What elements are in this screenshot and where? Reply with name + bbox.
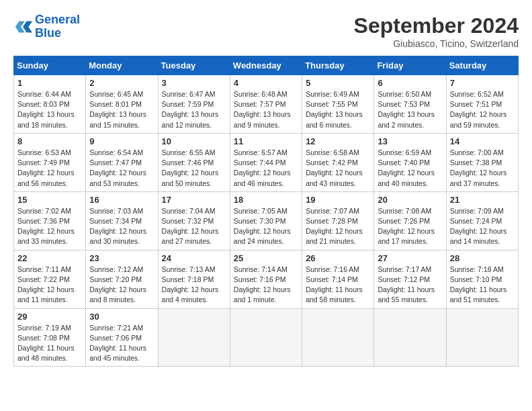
logo-icon xyxy=(13,17,32,36)
col-monday: Monday xyxy=(86,56,158,75)
day-info: Sunrise: 7:17 AMSunset: 7:12 PMDaylight:… xyxy=(378,265,442,306)
calendar-week-1: 1Sunrise: 6:44 AMSunset: 8:03 PMDaylight… xyxy=(14,75,519,134)
calendar-day-24: 24Sunrise: 7:13 AMSunset: 7:18 PMDayligh… xyxy=(158,250,230,308)
day-number: 13 xyxy=(378,136,442,146)
location: Giubiasco, Ticino, Switzerland xyxy=(354,38,519,49)
day-info: Sunrise: 7:05 AMSunset: 7:30 PMDaylight:… xyxy=(234,206,298,247)
calendar-day-2: 2Sunrise: 6:45 AMSunset: 8:01 PMDaylight… xyxy=(86,75,158,134)
col-wednesday: Wednesday xyxy=(230,56,302,75)
day-number: 25 xyxy=(234,253,298,263)
calendar-day-25: 25Sunrise: 7:14 AMSunset: 7:16 PMDayligh… xyxy=(230,250,302,308)
calendar-day-6: 6Sunrise: 6:50 AMSunset: 7:53 PMDaylight… xyxy=(374,75,446,134)
calendar-week-2: 8Sunrise: 6:53 AMSunset: 7:49 PMDaylight… xyxy=(14,133,519,191)
day-number: 19 xyxy=(306,195,370,205)
calendar-week-3: 15Sunrise: 7:02 AMSunset: 7:36 PMDayligh… xyxy=(14,191,519,250)
day-number: 17 xyxy=(162,195,226,205)
day-number: 15 xyxy=(17,195,82,205)
logo-line2: Blue xyxy=(35,26,61,40)
day-number: 5 xyxy=(306,78,370,88)
calendar-day-28: 28Sunrise: 7:18 AMSunset: 7:10 PMDayligh… xyxy=(446,250,518,308)
day-info: Sunrise: 7:00 AMSunset: 7:38 PMDaylight:… xyxy=(450,148,515,189)
calendar-day-30: 30Sunrise: 7:21 AMSunset: 7:06 PMDayligh… xyxy=(86,308,158,367)
calendar-day-17: 17Sunrise: 7:04 AMSunset: 7:32 PMDayligh… xyxy=(158,191,230,250)
day-number: 11 xyxy=(234,136,298,146)
calendar-day-27: 27Sunrise: 7:17 AMSunset: 7:12 PMDayligh… xyxy=(374,250,446,308)
day-number: 18 xyxy=(234,195,298,205)
calendar-table: Sunday Monday Tuesday Wednesday Thursday… xyxy=(13,56,519,367)
day-info: Sunrise: 7:16 AMSunset: 7:14 PMDaylight:… xyxy=(306,265,370,306)
calendar-day-empty xyxy=(374,308,446,367)
day-number: 21 xyxy=(450,195,515,205)
calendar-day-18: 18Sunrise: 7:05 AMSunset: 7:30 PMDayligh… xyxy=(230,191,302,250)
calendar-day-22: 22Sunrise: 7:11 AMSunset: 7:22 PMDayligh… xyxy=(14,250,86,308)
day-info: Sunrise: 6:44 AMSunset: 8:03 PMDaylight:… xyxy=(17,89,82,130)
day-info: Sunrise: 6:58 AMSunset: 7:42 PMDaylight:… xyxy=(306,148,370,189)
day-info: Sunrise: 6:55 AMSunset: 7:46 PMDaylight:… xyxy=(162,148,226,189)
calendar-day-9: 9Sunrise: 6:54 AMSunset: 7:47 PMDaylight… xyxy=(86,133,158,191)
calendar-day-12: 12Sunrise: 6:58 AMSunset: 7:42 PMDayligh… xyxy=(302,133,374,191)
calendar-day-1: 1Sunrise: 6:44 AMSunset: 8:03 PMDaylight… xyxy=(14,75,86,134)
day-info: Sunrise: 7:14 AMSunset: 7:16 PMDaylight:… xyxy=(234,265,298,306)
col-friday: Friday xyxy=(374,56,446,75)
day-info: Sunrise: 6:57 AMSunset: 7:44 PMDaylight:… xyxy=(234,148,298,189)
day-info: Sunrise: 7:03 AMSunset: 7:34 PMDaylight:… xyxy=(89,206,154,247)
logo-line1: General xyxy=(35,13,80,26)
calendar-day-8: 8Sunrise: 6:53 AMSunset: 7:49 PMDaylight… xyxy=(14,133,86,191)
day-number: 12 xyxy=(306,136,370,146)
day-number: 23 xyxy=(89,253,154,263)
calendar-day-empty xyxy=(230,308,302,367)
day-number: 2 xyxy=(89,78,154,88)
day-info: Sunrise: 6:59 AMSunset: 7:40 PMDaylight:… xyxy=(378,148,442,189)
day-number: 6 xyxy=(378,78,442,88)
calendar-day-20: 20Sunrise: 7:08 AMSunset: 7:26 PMDayligh… xyxy=(374,191,446,250)
logo: General Blue xyxy=(13,13,80,40)
calendar-week-5: 29Sunrise: 7:19 AMSunset: 7:08 PMDayligh… xyxy=(14,308,519,367)
calendar-day-3: 3Sunrise: 6:47 AMSunset: 7:59 PMDaylight… xyxy=(158,75,230,134)
calendar-day-16: 16Sunrise: 7:03 AMSunset: 7:34 PMDayligh… xyxy=(86,191,158,250)
calendar-day-15: 15Sunrise: 7:02 AMSunset: 7:36 PMDayligh… xyxy=(14,191,86,250)
col-thursday: Thursday xyxy=(302,56,374,75)
day-info: Sunrise: 6:48 AMSunset: 7:57 PMDaylight:… xyxy=(234,89,298,130)
title-block: September 2024 Giubiasco, Ticino, Switze… xyxy=(354,13,519,49)
logo-text: General Blue xyxy=(35,13,80,40)
day-info: Sunrise: 6:47 AMSunset: 7:59 PMDaylight:… xyxy=(162,89,226,130)
calendar-day-empty xyxy=(446,308,518,367)
page-header: General Blue September 2024 Giubiasco, T… xyxy=(13,13,519,49)
calendar-day-7: 7Sunrise: 6:52 AMSunset: 7:51 PMDaylight… xyxy=(446,75,518,134)
day-info: Sunrise: 7:02 AMSunset: 7:36 PMDaylight:… xyxy=(17,206,82,247)
calendar-day-4: 4Sunrise: 6:48 AMSunset: 7:57 PMDaylight… xyxy=(230,75,302,134)
day-number: 9 xyxy=(89,136,154,146)
day-number: 16 xyxy=(89,195,154,205)
calendar-body: 1Sunrise: 6:44 AMSunset: 8:03 PMDaylight… xyxy=(14,75,519,367)
day-number: 27 xyxy=(378,253,442,263)
day-number: 14 xyxy=(450,136,515,146)
calendar-day-10: 10Sunrise: 6:55 AMSunset: 7:46 PMDayligh… xyxy=(158,133,230,191)
day-number: 4 xyxy=(234,78,298,88)
day-info: Sunrise: 6:53 AMSunset: 7:49 PMDaylight:… xyxy=(17,148,82,189)
calendar-day-19: 19Sunrise: 7:07 AMSunset: 7:28 PMDayligh… xyxy=(302,191,374,250)
day-number: 7 xyxy=(450,78,515,88)
day-number: 26 xyxy=(306,253,370,263)
calendar-day-23: 23Sunrise: 7:12 AMSunset: 7:20 PMDayligh… xyxy=(86,250,158,308)
day-number: 8 xyxy=(17,136,82,146)
day-info: Sunrise: 6:49 AMSunset: 7:55 PMDaylight:… xyxy=(306,89,370,130)
day-number: 20 xyxy=(378,195,442,205)
svg-marker-0 xyxy=(23,21,32,32)
day-info: Sunrise: 7:08 AMSunset: 7:26 PMDaylight:… xyxy=(378,206,442,247)
day-info: Sunrise: 7:09 AMSunset: 7:24 PMDaylight:… xyxy=(450,206,515,247)
calendar-header-row: Sunday Monday Tuesday Wednesday Thursday… xyxy=(14,56,519,75)
calendar-day-empty xyxy=(302,308,374,367)
calendar-day-13: 13Sunrise: 6:59 AMSunset: 7:40 PMDayligh… xyxy=(374,133,446,191)
day-info: Sunrise: 7:13 AMSunset: 7:18 PMDaylight:… xyxy=(162,265,226,306)
day-number: 10 xyxy=(162,136,226,146)
col-sunday: Sunday xyxy=(14,56,86,75)
day-number: 30 xyxy=(89,312,154,322)
calendar-day-26: 26Sunrise: 7:16 AMSunset: 7:14 PMDayligh… xyxy=(302,250,374,308)
day-info: Sunrise: 7:19 AMSunset: 7:08 PMDaylight:… xyxy=(17,323,82,364)
day-number: 29 xyxy=(17,312,82,322)
day-info: Sunrise: 6:54 AMSunset: 7:47 PMDaylight:… xyxy=(89,148,154,189)
month-title: September 2024 xyxy=(354,13,519,38)
day-info: Sunrise: 6:52 AMSunset: 7:51 PMDaylight:… xyxy=(450,89,515,130)
calendar-day-5: 5Sunrise: 6:49 AMSunset: 7:55 PMDaylight… xyxy=(302,75,374,134)
day-info: Sunrise: 7:18 AMSunset: 7:10 PMDaylight:… xyxy=(450,265,515,306)
